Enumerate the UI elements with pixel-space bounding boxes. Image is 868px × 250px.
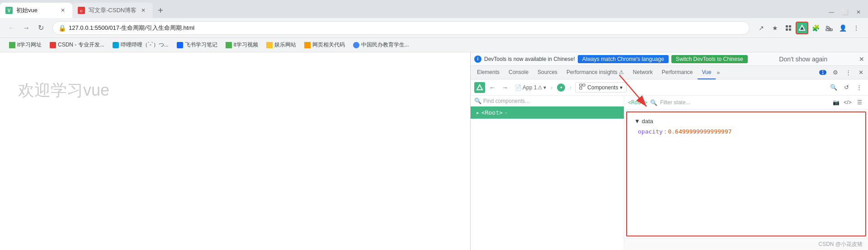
bookmark-label-2: CSDN - 专业开发...: [58, 41, 104, 49]
state-content: ▼ data opacity : 0.6499999999999997: [626, 111, 866, 236]
reload-button[interactable]: ↻: [34, 22, 47, 34]
state-row-opacity: opacity : 0.6499999999999997: [634, 127, 858, 136]
extension-puzzle-icon[interactable]: [782, 22, 795, 34]
screenshot-icon[interactable]: 📷: [831, 97, 841, 107]
cast-icon[interactable]: [823, 22, 835, 34]
root-component-item[interactable]: ▸ <Root> -: [471, 106, 624, 119]
switch-to-chinese-button[interactable]: Switch DevTools to Chinese: [671, 55, 748, 63]
tab-network[interactable]: Network: [628, 66, 657, 79]
components-dropdown-icon: ▾: [620, 84, 623, 91]
refresh-icon[interactable]: ↺: [841, 82, 852, 93]
tab-performance-insights[interactable]: Performance insights ⚠: [562, 66, 628, 79]
bookmark-feishu[interactable]: 飞书学习笔记: [173, 40, 221, 50]
vue-back-button[interactable]: ←: [487, 82, 498, 93]
minimize-button[interactable]: —: [826, 6, 837, 18]
components-icon: [579, 83, 585, 91]
state-icons: 📷 </> ☰: [831, 97, 864, 107]
info-icon: i: [474, 56, 481, 63]
bookmarks-bar: it学习网址 CSDN - 专业开发... 哔哩哔哩（`-`）つ... 飞书学习…: [0, 38, 868, 52]
vue-breadcrumb-app[interactable]: 📄 App 1 ⚠ ▾: [512, 83, 549, 92]
address-bar[interactable]: 🔒 127.0.0.1:5500/017-生命周期/引入生命周期.html: [52, 21, 750, 35]
address-text: 127.0.0.1:5500/017-生命周期/引入生命周期.html: [69, 24, 744, 32]
close-notify-button[interactable]: ✕: [859, 56, 864, 63]
devtools-settings-button[interactable]: ⚙: [830, 67, 841, 78]
bookmark-it-video[interactable]: it学习视频: [222, 40, 262, 50]
vue-breadcrumb: 📄 App 1 ⚠ ▾ › ● ›: [512, 83, 573, 93]
notify-text: DevTools is now available in Chinese!: [484, 56, 575, 62]
components-list: ▸ <Root> -: [471, 106, 624, 250]
breadcrumb-separator-2: ›: [570, 84, 571, 91]
bookmark-bilibili[interactable]: 哔哩哔哩（`-`）つ...: [109, 40, 172, 50]
maximize-button[interactable]: ⬜: [839, 6, 851, 18]
devtools-panel: i DevTools is now available in Chinese! …: [470, 52, 868, 250]
state-header: <Root> 🔍 Filter state... 📷 </> ☰: [624, 96, 868, 110]
breadcrumb-separator: ›: [551, 84, 552, 91]
tab-initial-vue[interactable]: V 初始vue ✕: [0, 3, 72, 18]
app-label: App 1: [523, 84, 537, 91]
bookmark-it-learning[interactable]: it学习网址: [5, 40, 45, 50]
forward-button[interactable]: →: [20, 22, 33, 34]
bookmark-csdn[interactable]: CSDN - 专业开发...: [46, 40, 108, 50]
dont-show-again-button[interactable]: Don't show again: [779, 56, 827, 63]
profile-icon[interactable]: 👤: [836, 22, 849, 34]
devtools-more-button[interactable]: ⋮: [843, 67, 854, 78]
tab-sources[interactable]: Sources: [533, 66, 562, 79]
content-area: 欢迎学习vue i DevTools is now available in C…: [0, 52, 868, 250]
tab-performance[interactable]: Performance: [657, 66, 698, 79]
always-match-language-button[interactable]: Always match Chrome's language: [578, 55, 669, 63]
bookmark-icon-5: [226, 42, 232, 48]
devtools-notification: i DevTools is now available in Chinese! …: [471, 52, 868, 66]
bookmark-education[interactable]: 中国民办教育学生...: [349, 40, 413, 50]
inspect-element-icon[interactable]: 🔍: [828, 82, 839, 93]
tab-favicon-2: C: [78, 7, 85, 14]
bookmark-label-3: 哔哩哔哩（`-`）つ...: [121, 41, 169, 49]
components-label: Components: [587, 84, 618, 91]
new-tab-button[interactable]: +: [153, 3, 168, 18]
tab-title-2: 写文章-CSDN博客: [89, 6, 137, 14]
tab-elements[interactable]: Elements: [472, 66, 504, 79]
tab-console[interactable]: Console: [504, 66, 533, 79]
close-button[interactable]: ✕: [853, 6, 864, 18]
page-icon: 📄: [515, 84, 522, 91]
vue-forward-button[interactable]: →: [500, 82, 510, 93]
browser-toolbar: ← → ↻ 🔒 127.0.0.1:5500/017-生命周期/引入生命周期.h…: [0, 18, 868, 38]
back-button[interactable]: ←: [5, 22, 18, 34]
extensions-button[interactable]: 🧩: [809, 22, 822, 34]
root-tag-label: <Root>: [481, 109, 503, 116]
more-tabs-button[interactable]: »: [717, 69, 720, 76]
tab-vue[interactable]: Vue: [698, 66, 716, 79]
toolbar-icons: ↗ ★ 🧩: [755, 22, 863, 34]
tab-bar: V 初始vue ✕ C 写文章-CSDN博客 ✕ + — ⬜ ✕: [0, 0, 868, 18]
menu-icon[interactable]: ⋮: [850, 22, 863, 34]
search-input[interactable]: Find components...: [483, 98, 620, 104]
bookmark-web-code[interactable]: 网页相关代码: [301, 40, 349, 50]
state-colon: :: [665, 128, 666, 135]
devtools-tab-settings: 1 ⚙ ⋮ ✕: [817, 67, 866, 78]
bookmark-label-6: 娱乐网站: [274, 41, 296, 49]
bookmark-icon-2: [50, 42, 56, 48]
list-icon[interactable]: ☰: [854, 97, 864, 107]
tab-close-1[interactable]: ✕: [59, 6, 67, 14]
vue-extension-button[interactable]: [796, 22, 808, 34]
tab-close-2[interactable]: ✕: [139, 6, 147, 14]
share-icon[interactable]: ↗: [755, 22, 768, 34]
bookmark-icon-4: [177, 42, 183, 48]
vue-toolbar-right: 🔍 ↺ ⋮: [828, 82, 864, 93]
more-options-icon[interactable]: ⋮: [854, 82, 864, 93]
state-key-opacity: opacity: [638, 128, 663, 135]
state-value-opacity: 0.6499999999999997: [668, 128, 731, 135]
svg-rect-6: [786, 28, 788, 31]
bookmark-icon[interactable]: ★: [769, 22, 781, 34]
state-section-data: ▼ data opacity : 0.6499999999999997: [634, 118, 858, 136]
vue-breadcrumb-active[interactable]: ●: [554, 83, 568, 93]
tab-csdn[interactable]: C 写文章-CSDN博客 ✕: [72, 3, 153, 18]
footer-text: CSDN @小花皮猪: [818, 241, 863, 247]
devtools-close-button[interactable]: ✕: [855, 67, 866, 78]
filter-input[interactable]: Filter state...: [660, 99, 828, 106]
vue-devtools-toolbar: ← → 📄 App 1 ⚠ ▾ › ● ›: [471, 79, 868, 96]
app-dropdown-icon[interactable]: ▾: [543, 84, 546, 91]
tab-console-label: Console: [509, 69, 528, 75]
code-icon[interactable]: </>: [843, 97, 853, 107]
bookmark-entertainment[interactable]: 娱乐网站: [263, 40, 300, 50]
components-button[interactable]: Components ▾: [575, 82, 627, 93]
